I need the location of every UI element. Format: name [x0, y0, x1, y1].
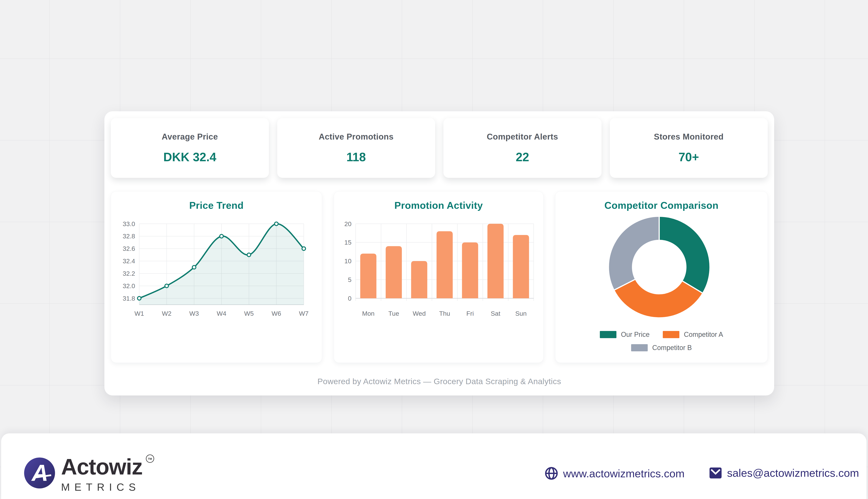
actowiz-logo-icon: A	[24, 458, 55, 488]
legend-label: Competitor A	[684, 331, 723, 339]
svg-text:33.0: 33.0	[123, 220, 135, 228]
legend-row: Our PriceCompetitor A	[600, 331, 723, 339]
bar	[386, 246, 402, 299]
data-point-marker	[247, 253, 251, 257]
svg-text:15: 15	[344, 239, 351, 246]
globe-icon	[545, 466, 558, 480]
svg-text:W5: W5	[244, 310, 254, 317]
brand-subtitle: METRICS	[61, 481, 142, 493]
svg-text:W1: W1	[134, 310, 144, 317]
data-point-marker	[302, 247, 306, 251]
stat-value: 22	[516, 150, 529, 164]
actowiz-logo: A Actowiz TM METRICS	[24, 455, 142, 493]
stat-value: 70+	[678, 150, 699, 164]
svg-text:32.4: 32.4	[123, 257, 135, 265]
svg-text:32.0: 32.0	[123, 282, 135, 290]
stat-label: Competitor Alerts	[487, 132, 558, 142]
bar	[360, 254, 377, 299]
legend-label: Our Price	[621, 331, 650, 339]
bottom-brand-bar: A Actowiz TM METRICS www.actowizmetrics.…	[1, 434, 867, 499]
svg-text:Wed: Wed	[413, 310, 426, 317]
stat-label: Average Price	[162, 132, 218, 142]
svg-text:32.2: 32.2	[123, 270, 135, 277]
chart-title: Competitor Comparison	[555, 200, 768, 211]
chart-row: W1W2W3W4W5W6W731.832.032.232.432.632.833…	[111, 191, 768, 363]
bar	[488, 224, 504, 299]
data-point-marker	[275, 222, 278, 226]
legend-swatch	[600, 331, 616, 338]
bar	[462, 242, 478, 298]
svg-text:W7: W7	[299, 310, 309, 317]
mail-icon	[709, 467, 722, 479]
stat-value: DKK 32.4	[163, 150, 216, 164]
website-link[interactable]: www.actowizmetrics.com	[545, 466, 684, 480]
stat-value: 118	[347, 150, 366, 164]
svg-text:5: 5	[348, 276, 351, 283]
svg-text:10: 10	[344, 257, 351, 265]
donut-legend: Our PriceCompetitor ACompetitor B	[555, 331, 768, 352]
svg-text:W3: W3	[189, 310, 199, 317]
donut-slice	[608, 216, 659, 290]
svg-text:0: 0	[348, 295, 351, 302]
svg-text:20: 20	[344, 220, 351, 228]
stat-card-active-promotions: Active Promotions 118	[277, 118, 435, 178]
svg-text:Tue: Tue	[388, 310, 399, 317]
legend-swatch	[631, 344, 648, 351]
competitor-comparison-card: Competitor Comparison Our PriceCompetito…	[555, 191, 768, 363]
svg-text:Thu: Thu	[439, 310, 450, 317]
stat-label: Active Promotions	[319, 132, 393, 142]
bar	[437, 231, 453, 299]
svg-text:Mon: Mon	[362, 310, 375, 317]
stat-label: Stores Monitored	[654, 132, 724, 142]
price-trend-chart: W1W2W3W4W5W6W731.832.032.232.432.632.833…	[111, 192, 322, 363]
price-trend-card: W1W2W3W4W5W6W731.832.032.232.432.632.833…	[111, 191, 322, 363]
legend-item[interactable]: Our Price	[600, 331, 650, 339]
stat-card-competitor-alerts: Competitor Alerts 22	[443, 118, 602, 178]
svg-text:Fri: Fri	[466, 310, 474, 317]
dashboard-page: { "page": { "background_color": "#f1f1f2…	[0, 0, 868, 499]
powered-by-note: Powered by Actowiz Metrics — Grocery Dat…	[104, 377, 774, 386]
legend-label: Competitor B	[652, 344, 692, 352]
svg-text:31.8: 31.8	[123, 295, 135, 302]
svg-text:32.6: 32.6	[123, 245, 135, 252]
legend-row: Competitor B	[631, 344, 692, 352]
website-url: www.actowizmetrics.com	[563, 467, 684, 480]
email-link[interactable]: sales@actowizmetrics.com	[709, 466, 859, 479]
svg-text:W4: W4	[217, 310, 226, 317]
data-point-marker	[220, 234, 223, 238]
email-address: sales@actowizmetrics.com	[727, 466, 859, 479]
promotion-activity-chart: 05101520MonTueWedThuFriSatSun	[334, 192, 543, 363]
bar	[513, 235, 529, 299]
actowiz-logo-text: Actowiz TM METRICS	[61, 455, 142, 493]
stat-card-average-price: Average Price DKK 32.4	[111, 118, 269, 178]
data-point-marker	[165, 284, 168, 288]
svg-text:Sun: Sun	[515, 310, 527, 317]
svg-text:W2: W2	[162, 310, 172, 317]
stat-card-row: Average Price DKK 32.4 Active Promotions…	[111, 118, 768, 178]
donut-slice	[614, 279, 703, 318]
bar	[411, 261, 427, 299]
brand-name: Actowiz	[61, 455, 142, 478]
trademark-badge: TM	[146, 454, 154, 463]
legend-swatch	[663, 331, 679, 338]
svg-text:32.8: 32.8	[123, 232, 135, 240]
dashboard-container: Average Price DKK 32.4 Active Promotions…	[104, 111, 774, 395]
legend-item[interactable]: Competitor A	[663, 331, 723, 339]
svg-text:A: A	[31, 460, 48, 486]
data-point-marker	[137, 296, 141, 300]
data-point-marker	[192, 266, 196, 269]
legend-item[interactable]: Competitor B	[631, 344, 692, 352]
promotion-activity-card: 05101520MonTueWedThuFriSatSun Promotion …	[334, 191, 543, 363]
svg-text:W6: W6	[272, 310, 281, 317]
chart-title: Price Trend	[111, 200, 322, 211]
svg-text:Sat: Sat	[491, 310, 500, 317]
chart-title: Promotion Activity	[334, 200, 543, 211]
stat-card-stores-monitored: Stores Monitored 70+	[610, 118, 768, 178]
